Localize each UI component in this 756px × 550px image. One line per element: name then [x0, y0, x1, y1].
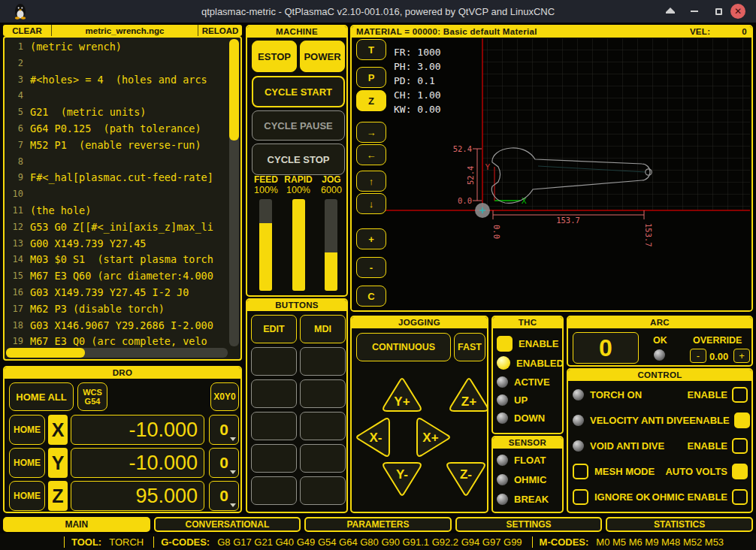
jog-y-minus-button[interactable]: Y- [380, 462, 424, 500]
user-button-mdi[interactable]: MDI [300, 315, 346, 343]
wcs-button[interactable]: WCS G54 [77, 382, 107, 411]
pan-down-button[interactable]: ↓ [356, 193, 386, 214]
jog-label: JOG [315, 174, 348, 185]
jog-z-minus-button[interactable]: Z- [444, 462, 488, 500]
tab-conversational[interactable]: CONVERSATIONAL [154, 517, 301, 532]
close-icon: ✕ [734, 6, 742, 17]
jog-fast-button[interactable]: FAST [454, 333, 485, 361]
enable-checkbox[interactable] [497, 336, 513, 352]
clear-button[interactable]: CLEAR [3, 26, 51, 35]
gcode-line-text: #<holes> = 4 (holes and arcs [30, 72, 228, 89]
svg-text:Y-: Y- [396, 467, 408, 482]
pan-p-button[interactable]: P [356, 67, 386, 88]
cycle-start-button[interactable]: CYCLE START [252, 76, 345, 107]
torch-on-led [573, 389, 584, 400]
chevron-down-icon [230, 503, 236, 507]
reload-button[interactable]: RELOAD [198, 26, 242, 35]
user-button-empty[interactable] [300, 476, 346, 505]
override-minus-button[interactable]: - [690, 349, 706, 363]
buttons-header: BUTTONS [247, 300, 346, 311]
gcode-line: 13G00 X149.739 Y27.45 [8, 236, 228, 252]
status-separator [532, 536, 533, 548]
gcode-line: 1(metric wrench) [8, 39, 228, 56]
minimize-button[interactable] [687, 4, 702, 19]
material-label[interactable]: MATERIAL = 00000: Basic default Material [356, 26, 537, 38]
power-button[interactable]: POWER [300, 41, 345, 72]
home-x-button[interactable]: HOME [9, 415, 45, 445]
ignore-ok-checkbox[interactable] [573, 489, 588, 505]
main-tabs: MAINCONVERSATIONALPARAMETERSSETTINGSSTAT… [3, 517, 753, 532]
clear-view-c-button[interactable]: C [356, 286, 386, 307]
user-button-empty[interactable] [300, 444, 346, 473]
tab-statistics[interactable]: STATISTICS [606, 517, 753, 532]
restore-button[interactable] [711, 4, 726, 19]
rapid-slider[interactable] [292, 199, 305, 291]
jog-slider[interactable] [325, 199, 337, 291]
enable-checkbox[interactable] [732, 438, 748, 454]
ohmic-led [497, 474, 508, 485]
ohmic-enable-checkbox[interactable] [732, 489, 748, 505]
horizontal-scroll-thumb[interactable] [6, 348, 85, 358]
auto-volts-checkbox[interactable] [732, 464, 748, 479]
tab-parameters[interactable]: PARAMETERS [304, 517, 452, 532]
home-z-button[interactable]: HOME [9, 481, 45, 511]
pan-up-button[interactable]: ↑ [356, 171, 386, 192]
zero-x-button[interactable]: 0 [209, 415, 239, 445]
jog-x-minus-button[interactable]: X- [352, 416, 390, 459]
user-button-empty[interactable] [300, 412, 346, 440]
vertical-scroll-thumb[interactable] [229, 39, 239, 141]
sensor-header: SENSOR [493, 437, 562, 449]
user-button-empty[interactable] [300, 347, 346, 376]
mesh-mode-checkbox[interactable] [573, 464, 588, 479]
status-label: G-CODES: [161, 536, 210, 548]
zoom-z-button[interactable]: Z [356, 90, 386, 111]
zero-y-button[interactable]: 0 [209, 448, 239, 478]
gcode-line: 9F#<_hal[plasmac.cut-feed-rate] [8, 170, 228, 186]
home-y-button[interactable]: HOME [9, 448, 45, 478]
close-button[interactable]: ✕ [730, 4, 745, 19]
home-all-button[interactable]: HOME ALL [9, 382, 74, 411]
gcode-line-number: 14 [8, 252, 23, 268]
estop-button[interactable]: ESTOP [252, 41, 297, 72]
user-button-empty[interactable] [251, 379, 297, 408]
gcode-line: 14M03 $0 S1 (start plasma torch [8, 252, 228, 268]
keep-above-button[interactable] [663, 4, 678, 19]
zoom-in-button[interactable]: + [356, 228, 386, 249]
arc-voltage-display: 0 [573, 332, 639, 364]
jog-z-plus-button[interactable]: Z+ [447, 374, 488, 412]
feed-slider[interactable] [259, 199, 272, 291]
enable-checkbox[interactable] [732, 387, 748, 403]
pan-left-button[interactable]: ← [356, 144, 386, 165]
user-button-empty[interactable] [251, 476, 297, 505]
jog-x-plus-button[interactable]: X+ [416, 416, 454, 459]
jog-continuous-button[interactable]: CONTINUOUS [356, 333, 451, 361]
thc-row-enable[interactable]: ENABLE [497, 336, 561, 352]
jog-y-plus-button[interactable]: Y+ [380, 374, 424, 412]
cycle-stop-button[interactable]: CYCLE STOP [252, 144, 345, 175]
enable-checkbox[interactable] [734, 412, 750, 428]
gcode-line: 8 [8, 154, 228, 171]
tab-main[interactable]: MAIN [3, 517, 150, 532]
zero-z-button[interactable]: 0 [209, 481, 239, 511]
override-plus-button[interactable]: + [733, 349, 750, 363]
active-label: ACTIVE [514, 376, 550, 388]
user-button-empty[interactable] [251, 444, 297, 473]
cycle-pause-button[interactable]: CYCLE PAUSE [252, 110, 345, 141]
cut-parameters-readout: FR: 1000 PH: 3.00 PD: 0.1 CH: 1.00 KW: 0… [394, 45, 441, 116]
user-button-empty[interactable] [300, 379, 346, 408]
xy-zero-button[interactable]: X0Y0 [210, 382, 239, 411]
gcode-line-number: 12 [8, 219, 23, 236]
gcode-line: 5G21 (metric units) [8, 104, 228, 121]
horizontal-scrollbar[interactable] [6, 348, 228, 358]
user-button-empty[interactable] [251, 347, 297, 376]
override-value: 0.00 [709, 351, 728, 362]
gcode-editor[interactable]: 1(metric wrench)23#<holes> = 4 (holes an… [3, 36, 242, 361]
sensor-panel: SENSOR FLOATOHMICBREAK [491, 436, 564, 513]
user-button-empty[interactable] [251, 412, 297, 440]
user-button-edit[interactable]: EDIT [251, 315, 297, 343]
single-cut-t-button[interactable]: T [356, 39, 386, 60]
tab-settings[interactable]: SETTINGS [455, 517, 603, 532]
zoom-out-button[interactable]: - [356, 257, 386, 278]
vertical-scrollbar[interactable] [229, 39, 239, 346]
pan-right-button[interactable]: → [356, 122, 386, 143]
